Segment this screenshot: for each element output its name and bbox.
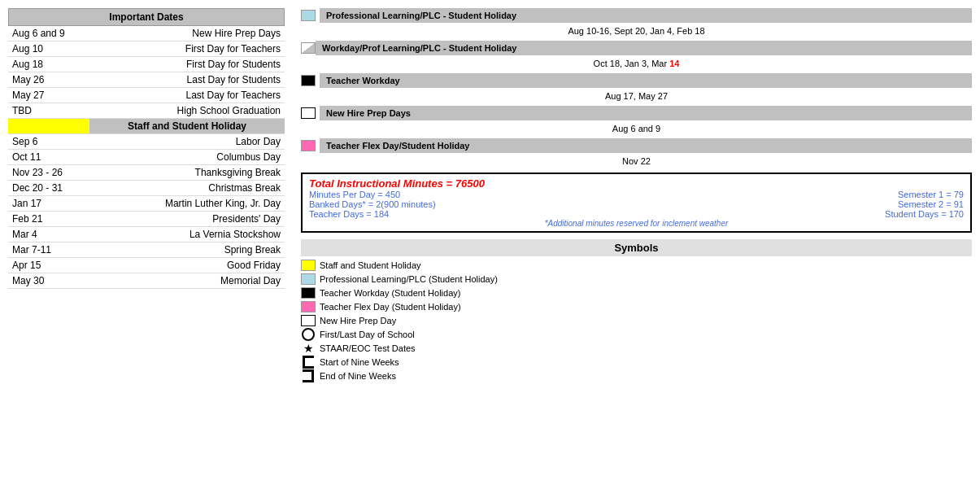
- info-box: Total Instructional Minutes = 76500 Minu…: [301, 173, 972, 233]
- semester1: Semester 1 = 79: [898, 190, 964, 199]
- black-box-icon: [301, 287, 316, 299]
- symbol-label: Staff and Student Holiday: [320, 260, 421, 270]
- circle-icon: [301, 329, 316, 340]
- date-cell: May 26: [8, 72, 89, 88]
- left-panel: Important Dates Aug 6 and 9New Hire Prep…: [8, 8, 285, 490]
- holiday-event-cell: Thanksgiving Break: [89, 165, 285, 181]
- holiday-row: Mar 7-11Spring Break: [8, 242, 285, 258]
- symbol-row: Start of Nine Weeks: [301, 356, 972, 368]
- holiday-date-cell: Mar 7-11: [8, 242, 89, 258]
- holiday-row: Nov 23 - 26Thanksgiving Break: [8, 165, 285, 181]
- symbol-row: Staff and Student Holiday: [301, 260, 972, 271]
- holiday-row: Feb 21Presidents' Day: [8, 212, 285, 227]
- workday-color: [301, 42, 316, 54]
- holiday-event-cell: Good Friday: [89, 258, 285, 273]
- symbol-row: Teacher Flex Day (Student Holiday): [301, 301, 972, 312]
- staff-holiday-label: Staff and Student Holiday: [89, 119, 285, 134]
- date-row: Aug 6 and 9New Hire Prep Days: [8, 26, 285, 42]
- inclement-weather-note: *Additional minutes reserved for incleme…: [309, 219, 964, 228]
- symbol-label: Teacher Flex Day (Student Holiday): [320, 302, 461, 312]
- date-row: Aug 10First Day for Teachers: [8, 42, 285, 57]
- symbols-list: Staff and Student HolidayProfessional Le…: [301, 260, 972, 382]
- symbol-label: End of Nine Weeks: [320, 371, 396, 381]
- symbol-row: ★STAAR/EOC Test Dates: [301, 343, 972, 354]
- semester2: Semester 2 = 91: [898, 199, 964, 209]
- minutes-per-day: Minutes Per Day = 450: [309, 190, 400, 199]
- holiday-row: May 30Memorial Day: [8, 273, 285, 289]
- star-icon: ★: [301, 343, 316, 354]
- teacher-flex-color: [301, 140, 316, 151]
- banked-days: Banked Days* = 2(900 minutes): [309, 199, 436, 209]
- event-cell: Last Day for Students: [89, 72, 285, 88]
- symbol-label: STAAR/EOC Test Dates: [320, 343, 416, 353]
- symbol-row: Professional Learning/PLC (Student Holid…: [301, 273, 972, 285]
- total-instructional: Total Instructional Minutes = 76500: [309, 177, 964, 190]
- symbols-section: Symbols Staff and Student HolidayProfess…: [301, 239, 972, 382]
- date-cell: Aug 18: [8, 57, 89, 72]
- holiday-event-cell: Memorial Day: [89, 273, 285, 289]
- new-hire-header: New Hire Prep Days: [320, 106, 972, 120]
- holiday-row: Sep 6Labor Day: [8, 134, 285, 150]
- holiday-row: Jan 17Martin Luther King, Jr. Day: [8, 196, 285, 212]
- holiday-date-cell: Oct 11: [8, 150, 89, 165]
- date-cell: May 27: [8, 88, 89, 103]
- date-cell: Aug 10: [8, 42, 89, 57]
- date-cell: TBD: [8, 103, 89, 119]
- stats-row-3: Teacher Days = 184 Student Days = 170: [309, 209, 964, 219]
- date-cell: Aug 6 and 9: [8, 26, 89, 42]
- holiday-event-cell: Christmas Break: [89, 181, 285, 196]
- student-days: Student Days = 170: [885, 209, 964, 219]
- important-dates-header: Important Dates: [8, 8, 285, 26]
- teacher-workday-color: [301, 75, 316, 86]
- workday-header: Workday/Prof Learning/PLC - Student Holi…: [316, 41, 972, 55]
- stats-row-1: Minutes Per Day = 450 Semester 1 = 79: [309, 190, 964, 199]
- symbol-label: Start of Nine Weeks: [320, 357, 399, 367]
- holiday-row: Mar 4La Vernia Stockshow: [8, 227, 285, 242]
- prof-learning-header: Professional Learning/PLC - Student Holi…: [320, 8, 972, 23]
- bracket-right-icon: [301, 370, 316, 382]
- event-cell: New Hire Prep Days: [89, 26, 285, 42]
- symbols-header: Symbols: [301, 239, 972, 256]
- holiday-date-cell: Jan 17: [8, 196, 89, 212]
- holiday-date-cell: Nov 23 - 26: [8, 165, 89, 181]
- new-hire-color: [301, 107, 316, 119]
- symbol-label: New Hire Prep Day: [320, 316, 396, 325]
- bracket-left-icon: [301, 356, 316, 368]
- holiday-event-cell: Columbus Day: [89, 150, 285, 165]
- yellow-box-icon: [301, 260, 316, 271]
- teacher-flex-dates: Nov 22: [301, 155, 972, 168]
- event-cell: First Day for Teachers: [89, 42, 285, 57]
- symbol-row: End of Nine Weeks: [301, 370, 972, 382]
- holiday-event-cell: Labor Day: [89, 134, 285, 150]
- event-cell: Last Day for Teachers: [89, 88, 285, 103]
- event-cell: First Day for Students: [89, 57, 285, 72]
- mar-date: 14: [669, 59, 679, 68]
- holiday-event-cell: Presidents' Day: [89, 212, 285, 227]
- dates-table: Aug 6 and 9New Hire Prep DaysAug 10First…: [8, 26, 285, 289]
- prof-learning-dates: Aug 10-16, Sept 20, Jan 4, Feb 18: [301, 24, 972, 37]
- holiday-date-cell: Sep 6: [8, 134, 89, 150]
- symbol-row: First/Last Day of School: [301, 329, 972, 340]
- date-row: May 26Last Day for Students: [8, 72, 285, 88]
- holiday-date-cell: Mar 4: [8, 227, 89, 242]
- symbol-label: Teacher Workday (Student Holiday): [320, 288, 460, 298]
- teacher-workday-header: Teacher Workday: [320, 73, 972, 88]
- holiday-row: Dec 20 - 31Christmas Break: [8, 181, 285, 196]
- teacher-workday-dates: Aug 17, May 27: [301, 90, 972, 103]
- holiday-row: Oct 11Columbus Day: [8, 150, 285, 165]
- date-row: TBDHigh School Graduation: [8, 103, 285, 119]
- staff-holiday-row: Staff and Student Holiday: [8, 119, 285, 134]
- blue-box-icon: [301, 273, 316, 285]
- holiday-event-cell: Martin Luther King, Jr. Day: [89, 196, 285, 212]
- symbol-label: Professional Learning/PLC (Student Holid…: [320, 274, 498, 284]
- symbol-row: Teacher Workday (Student Holiday): [301, 287, 972, 299]
- holiday-date-cell: Dec 20 - 31: [8, 181, 89, 196]
- symbol-label: First/Last Day of School: [320, 330, 415, 339]
- event-cell: High School Graduation: [89, 103, 285, 119]
- holiday-event-cell: Spring Break: [89, 242, 285, 258]
- teacher-flex-header: Teacher Flex Day/Student Holiday: [320, 138, 972, 153]
- holiday-date-cell: Feb 21: [8, 212, 89, 227]
- workday-dates: Oct 18, Jan 3, Mar 14: [301, 57, 972, 70]
- holiday-date-cell: Apr 15: [8, 258, 89, 273]
- new-hire-dates: Aug 6 and 9: [301, 122, 972, 135]
